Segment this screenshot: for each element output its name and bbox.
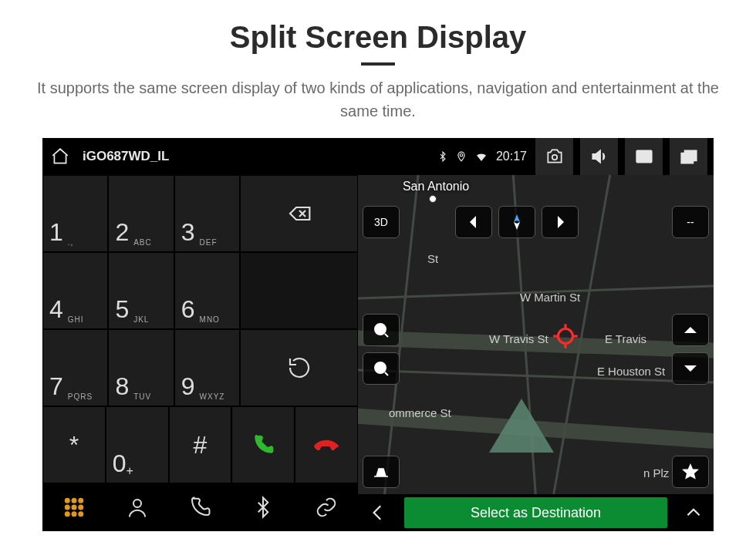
zoom-in-button[interactable] (363, 314, 400, 346)
map-canvas[interactable]: San Antonio W Martin St W Travis St E Tr… (358, 175, 714, 531)
vehicle-arrow-icon (489, 399, 554, 453)
map-back-button[interactable] (455, 206, 492, 238)
dial-row-3: 7PQRS 8TUV 9WXYZ (42, 329, 358, 406)
city-label: San Antonio (403, 180, 469, 194)
svg-point-14 (558, 329, 572, 344)
map-3d-toggle[interactable]: 3D (363, 206, 400, 238)
key-9[interactable]: 9WXYZ (174, 329, 240, 406)
map-cursor-icon (551, 321, 580, 351)
street-label: E Houston St (597, 365, 665, 378)
tab-keypad[interactable] (42, 483, 106, 531)
key-6[interactable]: 6MNO (174, 252, 240, 329)
wifi-icon (474, 150, 488, 163)
key-4[interactable]: 4GHI (42, 252, 108, 329)
tab-link[interactable] (295, 483, 358, 531)
map-favorite-button[interactable] (672, 456, 709, 488)
dial-row-1: 1., 2ABC 3DEF (42, 175, 358, 252)
svg-point-1 (552, 155, 557, 160)
key-blank-1 (240, 252, 358, 329)
split-container: 1., 2ABC 3DEF 4GHI 5JKL 6MNO 7PQRS 8TUV (42, 175, 714, 531)
street-label: W Travis St (489, 332, 548, 345)
redial-key[interactable] (240, 329, 358, 406)
hangup-key[interactable] (295, 406, 358, 483)
tab-bluetooth[interactable] (231, 483, 295, 531)
street-label: W Martin St (520, 291, 580, 304)
tab-recent[interactable] (169, 483, 232, 531)
key-3[interactable]: 3DEF (174, 175, 240, 252)
tab-contacts[interactable] (106, 483, 169, 531)
map-compass-button[interactable] (498, 206, 535, 238)
svg-point-5 (72, 499, 76, 503)
svg-point-10 (66, 512, 69, 516)
pan-down-button[interactable] (672, 352, 709, 385)
key-hash[interactable]: # (169, 406, 232, 483)
page-title: Split Screen Display (28, 20, 728, 55)
svg-point-9 (79, 506, 83, 510)
dialer-grid: 1., 2ABC 3DEF 4GHI 5JKL 6MNO 7PQRS 8TUV (42, 175, 358, 483)
key-8[interactable]: 8TUV (108, 329, 174, 406)
statusbar-left: iGO687WD_IL (42, 138, 358, 175)
svg-point-6 (79, 499, 83, 503)
map-footer-expand[interactable] (673, 494, 714, 531)
zoom-out-button[interactable] (363, 352, 400, 385)
device-screenshot: iGO687WD_IL 20:17 1., 2ABC 3DEF (42, 138, 714, 531)
svg-point-0 (460, 154, 463, 157)
svg-point-4 (66, 499, 69, 503)
bluetooth-icon (437, 150, 448, 163)
volume-button[interactable] (579, 138, 618, 175)
city-dot-icon (429, 195, 437, 203)
page-subtitle: It supports the same screen display of t… (28, 76, 728, 123)
app-title: iGO687WD_IL (83, 149, 169, 164)
svg-point-7 (66, 506, 69, 510)
svg-point-11 (72, 512, 76, 516)
statusbar: iGO687WD_IL 20:17 (42, 138, 714, 175)
statusbar-center: 20:17 (358, 138, 535, 175)
hero-section: Split Screen Display It supports the sam… (0, 0, 756, 133)
dialer-pane: 1., 2ABC 3DEF 4GHI 5JKL 6MNO 7PQRS 8TUV (42, 175, 358, 531)
key-star[interactable]: * (42, 406, 106, 483)
clock: 20:17 (496, 150, 527, 163)
key-0[interactable]: 0+ (106, 406, 169, 483)
street-label: St (427, 252, 438, 265)
svg-point-13 (133, 500, 141, 507)
map-forward-button[interactable] (542, 206, 579, 238)
dial-row-4: * 0+ # (42, 406, 358, 483)
location-icon (456, 150, 467, 163)
map-footer: Select as Destination (358, 494, 714, 531)
key-1[interactable]: 1., (42, 175, 108, 252)
dial-row-2: 4GHI 5JKL 6MNO (42, 252, 358, 329)
map-pane[interactable]: San Antonio W Martin St W Travis St E Tr… (358, 175, 714, 531)
dialer-bottombar (42, 483, 358, 531)
title-underline (361, 62, 395, 66)
street-label: E Travis (605, 332, 646, 345)
map-info-button[interactable]: -- (672, 206, 709, 238)
close-app-button[interactable] (624, 138, 663, 175)
svg-point-8 (72, 506, 76, 510)
map-footer-back[interactable] (358, 494, 398, 531)
svg-point-12 (79, 512, 83, 516)
backspace-key[interactable] (240, 175, 358, 252)
call-key[interactable] (231, 406, 295, 483)
key-7[interactable]: 7PQRS (42, 329, 108, 406)
street-label: ommerce St (389, 406, 451, 419)
statusbar-right (535, 138, 714, 175)
recent-apps-button[interactable] (669, 138, 707, 175)
key-2[interactable]: 2ABC (108, 175, 174, 252)
key-5[interactable]: 5JKL (108, 252, 174, 329)
street-label: n Plz (643, 466, 669, 480)
screenshot-button[interactable] (535, 138, 573, 175)
select-destination-button[interactable]: Select as Destination (404, 497, 667, 528)
map-traffic-button[interactable] (363, 456, 400, 488)
home-icon[interactable] (50, 146, 70, 167)
pan-up-button[interactable] (672, 314, 709, 346)
